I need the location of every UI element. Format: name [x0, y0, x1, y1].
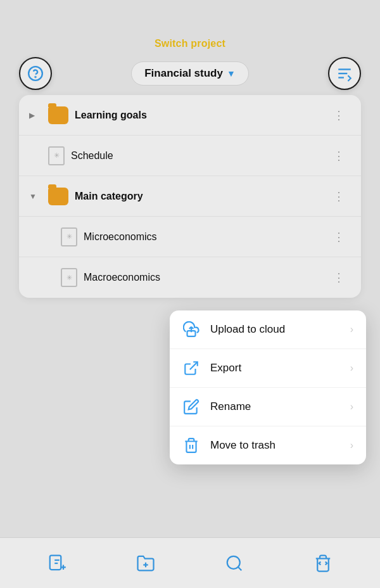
trash-icon: [182, 437, 200, 454]
upload-label: Upload to cloud: [210, 323, 340, 336]
context-menu-export[interactable]: Export ›: [170, 349, 366, 388]
export-icon: [182, 359, 200, 377]
chevron-right-icon: ›: [350, 401, 353, 412]
cloud-upload-icon: [182, 321, 200, 338]
trash-label: Move to trash: [210, 439, 340, 452]
context-menu-trash[interactable]: Move to trash ›: [170, 426, 366, 464]
chevron-right-icon: ›: [350, 440, 353, 451]
context-menu-upload[interactable]: Upload to cloud ›: [170, 310, 366, 349]
context-menu-overlay[interactable]: [0, 0, 380, 588]
rename-icon: [182, 398, 200, 416]
chevron-right-icon: ›: [350, 324, 353, 335]
app-container: Switch project Financial study ▼: [0, 0, 380, 588]
context-menu: Upload to cloud › Export ›: [170, 310, 366, 464]
export-label: Export: [210, 362, 340, 374]
chevron-right-icon: ›: [350, 362, 353, 374]
rename-label: Rename: [210, 400, 340, 413]
context-menu-rename[interactable]: Rename ›: [170, 388, 366, 426]
